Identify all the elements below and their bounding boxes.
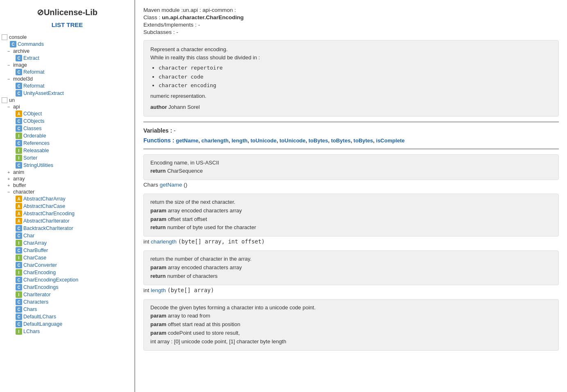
expand-btn-anim[interactable]: + <box>7 170 13 175</box>
tree-link-references[interactable]: References <box>23 140 50 146</box>
tree-item-chariterator[interactable]: ICharIterator <box>2 291 133 298</box>
tree-item-backtrackchariterator[interactable]: CBacktrackCharIterator <box>2 225 133 232</box>
tree-item-releasable[interactable]: IReleasable <box>2 147 133 154</box>
tree-link-lchars[interactable]: LChars <box>23 329 40 334</box>
tree-link-charbuffer[interactable]: CharBuffer <box>23 248 48 253</box>
fn-link-toBytes-6[interactable]: toBytes <box>331 137 351 144</box>
tree-item-charencodings[interactable]: CCharEncodings <box>2 284 133 291</box>
tree-item-defaultlchars[interactable]: CDefaultLChars <box>2 313 133 320</box>
tree-item-lchars[interactable]: ILChars <box>2 328 133 335</box>
tree-link-charconverter[interactable]: CharConverter <box>23 262 57 268</box>
tree-item-cobjects[interactable]: CCObjects <box>2 117 133 125</box>
tree-link-cobjects[interactable]: CObjects <box>23 118 44 124</box>
method-desc-length: return the number of character in the ar… <box>143 250 559 285</box>
left-panel: ⊘Unlicense-Lib LIST TREE consoleCCommand… <box>0 0 135 392</box>
functions-label: Functions : <box>143 137 174 144</box>
tree-item-characters[interactable]: CCharacters <box>2 298 133 306</box>
tree-link-char[interactable]: Char <box>23 233 34 239</box>
tree-link-charencoding[interactable]: CharEncoding <box>23 270 56 275</box>
tree-link-extract[interactable]: Extract <box>23 55 39 61</box>
tree-link-sorter[interactable]: Sorter <box>23 155 37 161</box>
tree-link-abstractchararray[interactable]: AbstractCharArray <box>23 196 66 202</box>
tree-item-extract[interactable]: CExtract <box>2 54 133 62</box>
expand-btn-model3d[interactable]: − <box>7 77 13 81</box>
tree-item-references[interactable]: CReferences <box>2 140 133 147</box>
tree-link-charcase[interactable]: CharCase <box>23 255 46 261</box>
tree-link-chararray[interactable]: CharArray <box>23 240 47 246</box>
tree-item-abstractcharcase[interactable]: AAbstractCharCase <box>2 203 133 210</box>
method-desc-getname: Encoding name, in US-ASCII return CharSe… <box>143 154 559 180</box>
tree-link-releasable[interactable]: Releasable <box>23 148 49 153</box>
tree-item-commands[interactable]: CCommands <box>2 41 133 48</box>
tree-link-reformat-model[interactable]: Reformat <box>23 83 44 89</box>
icon-c-charencodingexception: C <box>16 277 22 283</box>
tree-item-chararray[interactable]: ICharArray <box>2 239 133 247</box>
expand-btn-character[interactable]: − <box>7 189 13 194</box>
tree-checkbox-console[interactable] <box>2 34 7 40</box>
tree-item-reformat-image[interactable]: CReformat <box>2 68 133 76</box>
tree-item-cobject[interactable]: ACObject <box>2 110 133 117</box>
tree-link-defaultlchars[interactable]: DefaultLChars <box>23 314 56 320</box>
tree-link-abstractcharencoding[interactable]: AbstractCharEncoding <box>23 211 75 216</box>
tree-item-char[interactable]: CChar <box>2 232 133 239</box>
tree-item-charconverter[interactable]: CCharConverter <box>2 261 133 269</box>
tree-item-charencodingexception[interactable]: CCharEncodingException <box>2 276 133 284</box>
tree-link-defaultlanguage[interactable]: DefaultLanguage <box>23 321 62 327</box>
tree-link-unityassetextract[interactable]: UnityAssetExtract <box>23 90 64 96</box>
fn-link-getName-0[interactable]: getName <box>176 137 198 144</box>
tree-item-classes[interactable]: CClasses <box>2 125 133 132</box>
expand-btn-api[interactable]: − <box>7 104 13 109</box>
fn-link-toBytes-7[interactable]: toBytes <box>354 137 373 144</box>
fn-link-toUnicode-4[interactable]: toUnicode <box>279 137 306 144</box>
tree-item-orderable[interactable]: IOrderable <box>2 132 133 140</box>
method-tounicode-desc: Decode the given bytes forming a charact… <box>150 304 552 312</box>
tree-item-stringutilities[interactable]: CStringUtilities <box>2 162 133 169</box>
tree-label-un: un <box>9 97 15 103</box>
getname-link[interactable]: getName <box>160 182 182 188</box>
tree-link-orderable[interactable]: Orderable <box>23 133 46 139</box>
tree-checkbox-un[interactable] <box>2 97 7 103</box>
tree-link-cobject[interactable]: CObject <box>23 111 42 117</box>
length-link[interactable]: length <box>151 287 166 293</box>
tree-link-stringutilities[interactable]: StringUtilities <box>23 162 53 168</box>
icon-i-chararray: I <box>16 240 22 246</box>
expand-btn-array[interactable]: + <box>7 176 13 181</box>
tree-link-charencodingexception[interactable]: CharEncodingException <box>23 277 78 283</box>
charlength-link[interactable]: charlength <box>151 239 177 245</box>
fn-link-toBytes-5[interactable]: toBytes <box>308 137 328 144</box>
fn-link-isComplete-8[interactable]: isComplete <box>376 137 405 144</box>
tree-item-chars[interactable]: CChars <box>2 306 133 313</box>
tree-link-chars[interactable]: Chars <box>23 306 37 312</box>
tree-link-charencodings[interactable]: CharEncodings <box>23 284 58 290</box>
tree-item-charencoding[interactable]: ICharEncoding <box>2 269 133 276</box>
tree-link-abstractcharcase[interactable]: AbstractCharCase <box>23 203 65 209</box>
fn-link-length-2[interactable]: length <box>231 137 247 144</box>
method-tounicode-note: int array : [0] unicode code point, [1] … <box>150 338 552 346</box>
tree-item-charbuffer[interactable]: CCharBuffer <box>2 247 133 254</box>
tree-item-reformat-model[interactable]: CReformat <box>2 82 133 90</box>
tree-item-charcase[interactable]: ICharCase <box>2 254 133 261</box>
functions-line: Functions : getName, charlength, length,… <box>143 137 559 144</box>
tree-link-classes[interactable]: Classes <box>23 126 41 131</box>
tree-link-reformat-image[interactable]: Reformat <box>23 69 44 75</box>
expand-btn-image[interactable]: − <box>7 63 13 68</box>
tree-item-defaultlanguage[interactable]: CDefaultLanguage <box>2 320 133 328</box>
icon-c-cobjects: C <box>16 118 22 124</box>
fn-link-charlength-1[interactable]: charlength <box>201 137 228 144</box>
tree-link-chariterator[interactable]: CharIterator <box>23 292 51 297</box>
tree-item-unityassetextract[interactable]: CUnityAssetExtract <box>2 90 133 97</box>
fn-link-toUnicode-3[interactable]: toUnicode <box>250 137 277 144</box>
expand-btn-buffer[interactable]: + <box>7 183 13 188</box>
expand-btn-archive[interactable]: − <box>7 49 13 54</box>
tree-link-backtrackchariterator[interactable]: BacktrackCharIterator <box>23 225 73 231</box>
tree-link-abstractchariterator[interactable]: AbstractCharIterator <box>23 218 70 224</box>
tree-link-characters[interactable]: Characters <box>23 299 48 305</box>
tree-item-abstractchararray[interactable]: AAbstractCharArray <box>2 195 133 203</box>
tree-link-commands[interactable]: Commands <box>18 41 44 47</box>
extends-value: - <box>198 22 200 28</box>
tree-item-un: un <box>2 97 133 104</box>
tree-item-sorter[interactable]: ISorter <box>2 154 133 162</box>
tree-item-abstractchariterator[interactable]: AAbstractCharIterator <box>2 217 133 225</box>
divider2 <box>143 149 559 149</box>
tree-item-abstractcharencoding[interactable]: AAbstractCharEncoding <box>2 210 133 217</box>
